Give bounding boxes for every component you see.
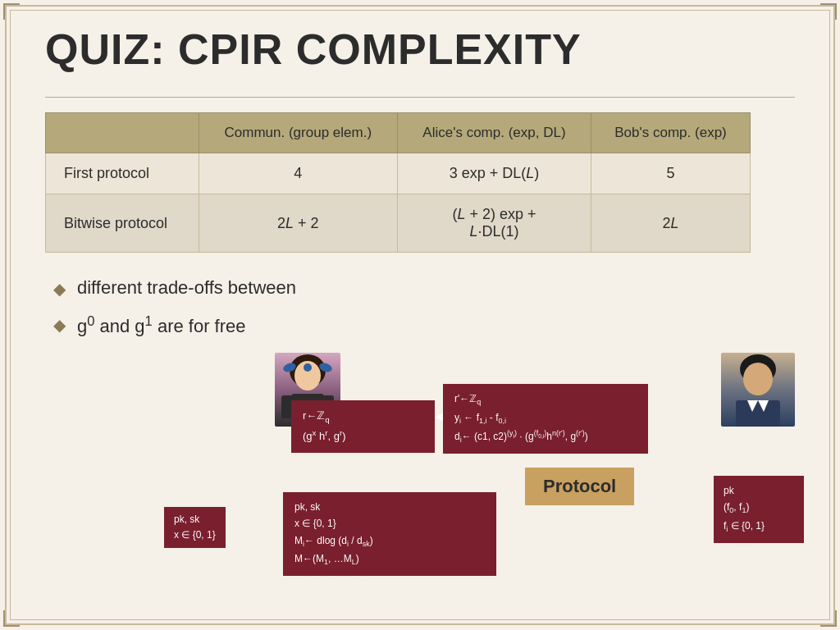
bob-overlay-line3: di← (c1, c2)(yi) · (g(f0,i)hn(r'), g(r')… <box>454 427 637 447</box>
bottom-line1: pk, sk <box>294 499 485 515</box>
bob-overlay-box: r'←ℤq yi ← f1,i - f0,i di← (c1, c2)(yi) … <box>443 384 648 454</box>
bottom-line2: x ∈ {0, 1} <box>294 515 485 532</box>
protocol-label: Protocol <box>525 468 634 505</box>
alice-overlay-line1: r←ℤq <box>303 407 423 427</box>
svg-rect-10 <box>736 400 780 427</box>
table-header-bob: Bob's comp. (exp) <box>591 113 751 153</box>
bullet-diamond-2: ◆ <box>53 315 66 335</box>
bob-overlay-line1: r'←ℤq <box>454 390 637 409</box>
alice-overlay-box: r←ℤq (gx hr, gr) <box>291 400 435 453</box>
row-bitwise-alice: (L + 2) exp +L·DL(1) <box>397 194 591 253</box>
pk-right-line1: pk <box>724 482 794 499</box>
pk-left-line1: pk, sk <box>174 512 216 527</box>
arrow-symbol: ◀ <box>435 410 443 422</box>
row-bitwise-label: Bitwise protocol <box>46 194 199 253</box>
title-divider <box>45 97 795 98</box>
bottom-line4: M←(M1, …ML) <box>294 550 485 569</box>
bob-image <box>721 353 795 427</box>
bullet-2: ◆ g0 and g1 are for free <box>53 313 795 337</box>
pk-left-line2: x ∈ {0, 1} <box>174 527 216 543</box>
table-header-alice: Alice's comp. (exp, DL) <box>397 113 591 153</box>
bullet-2-text: g0 and g1 are for free <box>77 313 246 337</box>
svg-point-4 <box>304 363 312 372</box>
row-bitwise-commun: 2L + 2 <box>199 194 397 253</box>
complexity-table: Commun. (group elem.) Alice's comp. (exp… <box>45 112 751 253</box>
row-first-commun: 4 <box>199 153 397 194</box>
bullet-diamond-1: ◆ <box>53 279 66 299</box>
row-first-label: First protocol <box>46 153 199 194</box>
arrow-left-overlay: ◀ <box>435 410 443 422</box>
slide-title: QUIZ: CPIR COMPLEXITY <box>45 25 795 74</box>
table-header-commun: Commun. (group elem.) <box>199 113 397 153</box>
pk-right-line3: fi ∈ {0, 1} <box>724 518 794 536</box>
row-first-alice: 3 exp + DL(L) <box>397 153 591 194</box>
alice-overlay-line2: (gx hr, gr) <box>303 427 423 445</box>
row-bitwise-bob: 2L <box>591 194 751 253</box>
table-header-empty <box>46 113 199 153</box>
pk-right-line2: (f0, f1) <box>724 499 794 518</box>
corner-tr <box>820 3 837 20</box>
corner-bl <box>3 610 20 627</box>
bottom-left-overlay: pk, sk x ∈ {0, 1} Mi← dlog (di / dsk) M←… <box>283 492 496 576</box>
bullets-section: ◆ different trade-offs between ◆ g0 and … <box>45 277 795 337</box>
bob-figure <box>721 353 795 427</box>
corner-tl <box>3 3 20 20</box>
pk-left-overlay: pk, sk x ∈ {0, 1} <box>164 507 226 548</box>
bullet-1-text: different trade-offs between <box>77 277 296 299</box>
row-first-bob: 5 <box>591 153 751 194</box>
svg-point-9 <box>743 363 773 395</box>
table-row: Bitwise protocol 2L + 2 (L + 2) exp +L·D… <box>46 194 751 253</box>
pk-right-overlay: pk (f0, f1) fi ∈ {0, 1} <box>714 476 804 543</box>
bullet-1: ◆ different trade-offs between <box>53 277 795 299</box>
bottom-line3: Mi← dlog (di / dsk) <box>294 532 485 551</box>
corner-br <box>820 610 837 627</box>
bob-overlay-line2: yi ← f1,i - f0,i <box>454 409 637 428</box>
main-content: QUIZ: CPIR COMPLEXITY Commun. (group ele… <box>0 0 840 368</box>
table-row: First protocol 4 3 exp + DL(L) 5 <box>46 153 751 194</box>
